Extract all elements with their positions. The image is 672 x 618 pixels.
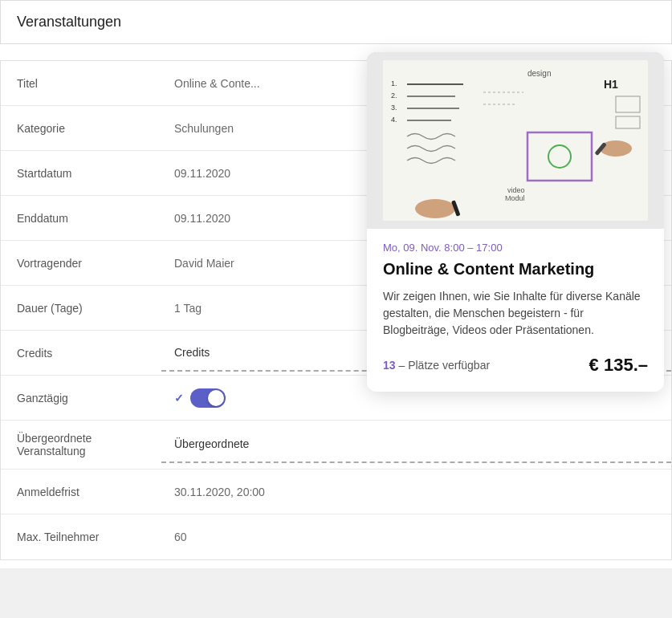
form-row-value: 30.11.2020, 20:00 <box>161 474 671 510</box>
toggle-switch[interactable] <box>190 388 226 408</box>
form-row-value: 60 <box>161 519 671 555</box>
svg-text:1.: 1. <box>391 79 397 87</box>
svg-text:2.: 2. <box>391 91 397 100</box>
form-row-label: Credits <box>1 335 161 371</box>
page-wrapper: Veranstaltungen TitelOnline & Conte...Ka… <box>0 0 672 568</box>
form-row-label: Startdatum <box>1 156 161 191</box>
card-footer: 13 – Plätze verfügbar € 135.– <box>383 355 648 376</box>
card-image-svg: 1. 2. 3. 4. video Modul <box>367 52 664 229</box>
card-image: 1. 2. 3. 4. video Modul <box>367 52 664 229</box>
form-row-label: Kategorie <box>1 111 161 146</box>
main-layout: TitelOnline & Conte...KategorieSchulunge… <box>0 52 672 568</box>
svg-text:video: video <box>507 186 525 194</box>
card-date: Mo, 09. Nov. 8:00 – 17:00 <box>383 242 648 254</box>
form-row-label: Enddatum <box>1 201 161 236</box>
card-price: € 135.– <box>589 355 648 376</box>
form-row-label: Vortragender <box>1 246 161 281</box>
card-spots-count: 13 <box>383 359 396 372</box>
form-row-label: Titel <box>1 66 161 101</box>
svg-text:4.: 4. <box>391 116 397 124</box>
svg-text:design: design <box>527 69 551 78</box>
event-card: 1. 2. 3. 4. video Modul <box>367 52 664 392</box>
form-row-label: Übergeordnete Veranstaltung <box>1 421 161 469</box>
page-header: Veranstaltungen <box>0 0 672 44</box>
toggle-check-icon: ✓ <box>174 392 184 405</box>
form-row-label: Max. Teilnehmer <box>1 519 161 555</box>
form-row: Übergeordnete VeranstaltungÜbergeordnete <box>1 421 671 470</box>
svg-text:H1: H1 <box>604 78 618 91</box>
page-title: Veranstaltungen <box>17 14 121 30</box>
svg-point-14 <box>415 199 455 218</box>
svg-text:Modul: Modul <box>505 194 525 202</box>
form-row-label: Dauer (Tage) <box>1 291 161 326</box>
toggle-knob <box>208 390 224 406</box>
form-row-label: Ganztägig <box>1 380 161 416</box>
card-body: Mo, 09. Nov. 8:00 – 17:00 Online & Conte… <box>367 229 664 392</box>
form-row-value[interactable]: Übergeordnete <box>161 426 671 463</box>
card-title: Online & Content Marketing <box>383 260 648 279</box>
form-row: Anmeldefrist30.11.2020, 20:00 <box>1 470 671 514</box>
svg-text:3.: 3. <box>391 104 397 112</box>
form-row-label: Anmeldefrist <box>1 474 161 510</box>
card-description: Wir zeigen Ihnen, wie Sie Inhalte für di… <box>383 288 648 339</box>
card-spots-label: – Plätze verfügbar <box>398 359 490 372</box>
card-spots: 13 – Plätze verfügbar <box>383 359 490 372</box>
form-row: Max. Teilnehmer60 <box>1 514 671 559</box>
